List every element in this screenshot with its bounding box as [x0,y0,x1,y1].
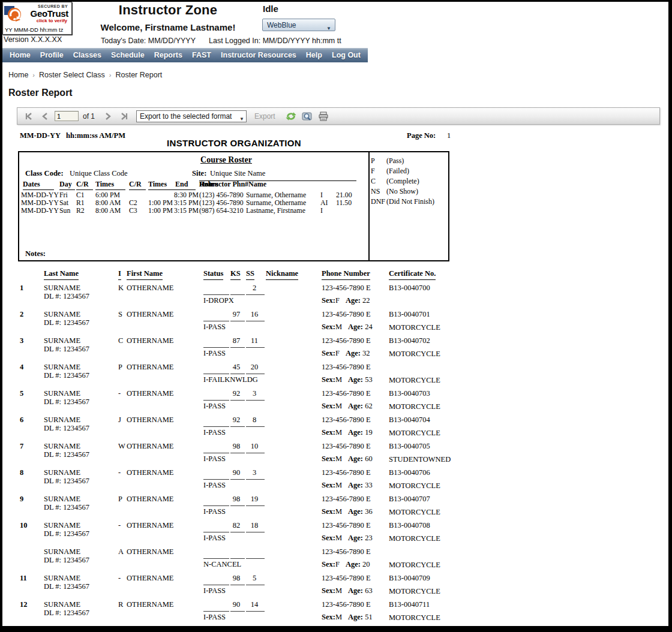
col-status: Status [203,269,223,280]
col-initial: I [118,269,121,280]
sex-age: Sex:MAge: 23 [322,534,373,543]
col-nickname: Nickname [266,269,298,280]
geotrust-logo-icon [4,4,25,26]
breadcrumb-item-roster-select-class[interactable]: Roster Select Class [39,71,105,79]
next-page-button[interactable] [101,110,115,123]
col-cr: C/R [129,180,146,190]
age-label: Age: [348,428,363,437]
table-row: 4 SURNAME DL #: 1234567 P OTHERNAME 45 2… [0,362,672,389]
sex-label: Sex: [322,507,335,516]
sex-age: Sex:FAge: 20 [322,560,370,569]
table-row: 8 SURNAME DL #: 1234567 - OTHERNAME 90 3… [0,468,672,494]
geotrust-seal[interactable]: SECURED BY GeoTrust click to verify YY M… [2,2,72,35]
badge-brand-label: GeoTrust [31,8,68,19]
table-row: 1 SURNAME DL #: 1234567 K OTHERNAME 2 I-… [0,283,672,309]
nav-item[interactable]: Help [306,51,322,59]
sex-label: Sex: [322,323,335,331]
ks-blank-line [230,321,245,321]
legend-item: DNF(Did Not Finish) [371,197,448,207]
ss-blank-line [246,479,265,480]
status-blank-line [203,374,229,374]
breadcrumb-item-roster-report: Roster Report [115,71,162,79]
col-ss: SS [246,269,254,280]
ss-blank-line [246,294,265,295]
student-table-body: 1 SURNAME DL #: 1234567 K OTHERNAME 2 I-… [0,283,672,626]
legend-item: P(Pass) [371,157,448,167]
sex-label: Sex: [322,428,335,437]
header-center: Instructor Zone Welcome, Firstname Lastn… [90,2,246,32]
age-label: Age: [348,507,363,516]
site-value: Unique Site Name [210,169,265,178]
col-last-name: Last Name [44,269,79,280]
status-blank-line [203,611,229,612]
prev-page-button[interactable] [38,110,52,123]
export-format-dropdown[interactable]: Export to the selected format ▼ [136,110,247,122]
status-blank-line [203,585,229,585]
nav-item[interactable]: Instructor Resources [221,51,296,59]
nav-item[interactable]: Log Out [332,51,361,59]
ss-blank-line [246,558,265,559]
page-number-input[interactable] [55,111,79,121]
page-count-label: of 1 [83,112,95,121]
status-blank-line [203,294,229,295]
sex-age: Sex:FAge: 22 [322,296,370,305]
ks-blank-line [230,453,245,453]
app-title: Instructor Zone [90,2,246,18]
print-preview-icon[interactable] [301,110,314,123]
legend-item: F(Failed) [371,167,448,177]
nav-item[interactable]: Classes [73,51,101,59]
nav-item[interactable]: Home [10,51,31,59]
ss-blank-line [246,426,265,427]
table-row: 12 SURNAME DL #: 1234567 R OTHERNAME 90 … [0,600,672,626]
export-button[interactable]: Export [254,112,275,121]
ks-blank-line [230,532,245,532]
todays-date: Today's Date: MM/DD/YYYY [101,37,196,45]
sex-age: Sex:MAge: 60 [322,455,373,464]
nav-item[interactable]: Profile [40,51,64,59]
session-status: Idle [263,4,278,14]
legend-item: C(Complete) [371,177,448,187]
sex-label: Sex: [322,613,335,621]
breadcrumb-item-home[interactable]: Home [8,71,28,79]
col-ks: KS [230,269,241,280]
table-row: 3 SURNAME DL #: 1234567 C OTHERNAME 87 1… [0,336,672,362]
nav-item[interactable]: Schedule [111,51,145,59]
nav-item[interactable]: FAST [192,51,211,59]
age-label: Age: [348,534,363,542]
sex-label: Sex: [322,375,335,384]
roster-row: MM-DD-YYSun R28:00 AM C31:00 PM 3:15 PM(… [19,206,366,214]
first-page-button[interactable] [22,110,35,123]
breadcrumb-separator: › [28,71,39,79]
status-blank-line [203,453,229,453]
ss-blank-line [246,400,265,401]
ss-blank-line [246,347,265,348]
sex-label: Sex: [322,586,335,595]
badge-verify-link[interactable]: click to verify [37,18,67,23]
report-org-title: INSTRUCTOR ORGANIZATION [18,138,450,148]
sex-age: Sex:MAge: 51 [322,613,373,622]
theme-dropdown[interactable]: WebBlue ▼ [262,19,335,31]
ss-blank-line [246,453,265,453]
app-window: SECURED BY GeoTrust click to verify YY M… [0,0,672,632]
sex-label: Sex: [322,349,335,357]
age-label: Age: [346,296,361,305]
last-logged-in: Last Logged In: MM/DD/YYYY hh:mm tt [209,37,341,45]
table-row: 10 SURNAME DL #: 1234567 - OTHERNAME 82 … [0,520,672,547]
report-toolbar: of 1 Export to the selected format ▼ Exp… [17,107,660,125]
table-row: 2 SURNAME DL #: 1234567 S OTHERNAME 97 1… [0,309,672,336]
ks-blank-line [230,374,245,374]
col-day: Day [59,180,75,190]
status-legend: P(Pass) F(Failed) C(Complete) NS(No Show… [371,157,448,207]
refresh-icon[interactable] [284,110,298,123]
col-end: End [175,180,196,190]
nav-item[interactable]: Reports [154,51,182,59]
table-row: 11 SURNAME DL #: 1234567 - OTHERNAME 98 … [0,573,672,600]
print-icon[interactable] [317,110,330,123]
breadcrumb: Home›Roster Select Class›Roster Report [8,71,162,79]
age-label: Age: [346,349,361,357]
ks-blank-line [230,400,245,401]
ss-blank-line [246,532,265,532]
table-row: SURNAME DL #: 1234567 A OTHERNAME N-CANC… [0,547,672,573]
status-blank-line [203,505,229,506]
last-page-button[interactable] [118,110,131,123]
